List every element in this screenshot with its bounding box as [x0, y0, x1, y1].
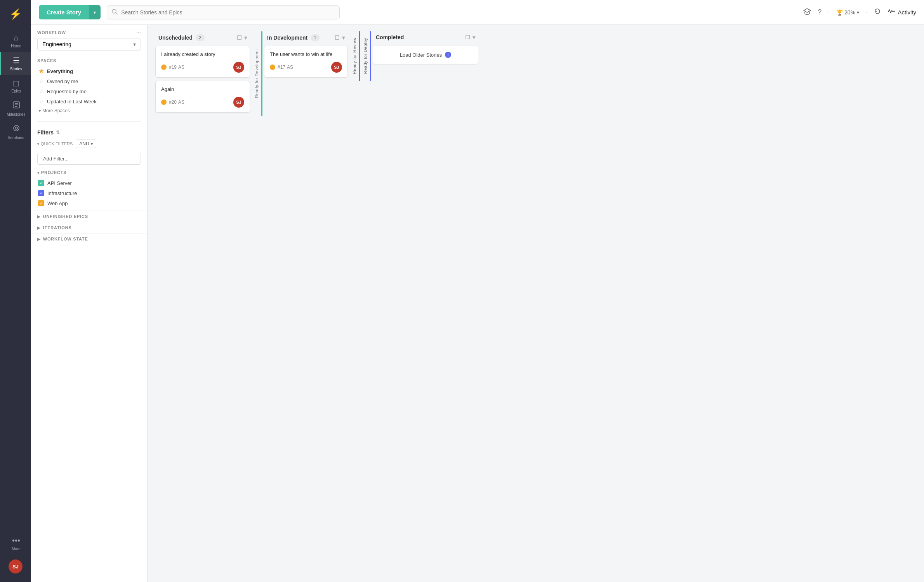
star-empty-icon: ☆ — [39, 78, 44, 84]
create-story-dropdown-button[interactable]: ▾ — [89, 5, 101, 19]
star-empty-icon: ☆ — [39, 88, 44, 94]
epics-icon: ◫ — [13, 79, 19, 87]
chevron-down-icon: ▾ — [39, 109, 41, 113]
story-meta: #20 AS SJ — [161, 97, 244, 108]
sidebar-item-label: Stories — [10, 67, 22, 71]
column-unscheduled: Unscheduled 2 ☐ ▾ I already created a st… — [154, 31, 262, 116]
story-card[interactable]: The user wants to win at life #17 AS SJ — [264, 46, 348, 78]
column-count: 1 — [311, 34, 320, 41]
sidebar-item-epics[interactable]: ◫ Epics — [0, 75, 31, 97]
ready-for-development-sidebar: Ready for Development — [252, 31, 262, 116]
column-header-actions: ☐ ▾ — [465, 34, 475, 40]
load-older-stories-button[interactable]: Load Older Stories i — [373, 45, 478, 64]
quick-filters-row: ▾ QUICK FILTERS AND ▾ — [31, 138, 147, 151]
column-menu-icon[interactable]: ▾ — [342, 35, 345, 41]
space-item-label: Everything — [47, 68, 73, 74]
checkbox-yellow-icon: ✓ — [38, 200, 44, 206]
checkbox-green-icon: ✓ — [38, 180, 44, 186]
space-item-owned[interactable]: ☆ Owned by me — [37, 76, 141, 86]
and-filter-toggle[interactable]: AND ▾ — [76, 139, 96, 148]
workflow-state-section[interactable]: ▶ WORKFLOW STATE — [31, 233, 147, 244]
sidebar-item-label: More — [12, 547, 21, 551]
select-all-icon[interactable]: ☐ — [335, 35, 340, 41]
app-logo[interactable]: ⚡ — [6, 5, 25, 23]
space-item-requested[interactable]: ☆ Requested by me — [37, 86, 141, 96]
sidebar-item-iterations[interactable]: Iterations — [0, 120, 31, 144]
help-icon[interactable]: ? — [818, 8, 822, 16]
column-menu-icon[interactable]: ▾ — [244, 35, 247, 41]
column-title: In Development — [267, 35, 307, 41]
ready-for-deploy-label: Ready for Deploy — [360, 31, 371, 81]
column-completed: Completed ☐ ▾ Load Older Stories i — [371, 31, 480, 68]
ready-for-review-label: Ready for Review — [349, 31, 360, 81]
column-header-unscheduled: Unscheduled 2 ☐ ▾ — [154, 31, 252, 46]
milestones-icon — [12, 101, 20, 111]
space-item-updated[interactable]: ☆ Updated in Last Week — [37, 96, 141, 106]
column-count: 2 — [196, 34, 205, 41]
search-input[interactable] — [107, 5, 340, 19]
project-item-api[interactable]: ✓ API Server — [37, 178, 141, 188]
unfinished-epics-section[interactable]: ▶ UNFINISHED EPICS — [31, 211, 147, 222]
column-header-completed: Completed ☐ ▾ — [371, 31, 480, 45]
undo-icon[interactable] — [874, 7, 881, 17]
chevron-down-icon: ▾ — [94, 10, 96, 15]
chevron-down-icon: ▾ — [857, 10, 859, 15]
trophy-percentage: 20% — [844, 9, 855, 16]
project-item-webapp[interactable]: ✓ Web App — [37, 198, 141, 208]
activity-button[interactable]: Activity — [888, 8, 916, 17]
column-completed-main: Completed ☐ ▾ Load Older Stories i — [371, 31, 480, 68]
ready-for-deploy-sidebar: Ready for Deploy — [360, 31, 371, 81]
workflow-selector[interactable]: Engineering ▾ — [37, 38, 141, 51]
divider — [37, 121, 141, 122]
workflow-label: WORKFLOW ··· — [37, 30, 141, 35]
stories-icon: ☰ — [13, 56, 20, 65]
sidebar-item-label: Epics — [11, 89, 21, 93]
add-filter-button[interactable]: Add Filter... — [37, 153, 141, 165]
ready-for-development-label: Ready for Development — [252, 31, 262, 116]
story-id: #19 AS — [169, 64, 184, 70]
separator-dot-2: · — [865, 8, 868, 17]
story-card[interactable]: Again #20 AS SJ — [155, 81, 250, 113]
sidebar-item-stories[interactable]: ☰ Stories — [0, 52, 31, 75]
star-filled-icon: ★ — [39, 68, 44, 74]
svg-point-5 — [15, 127, 17, 129]
filters-label: Filters — [37, 129, 54, 136]
more-spaces-link[interactable]: ▾ More Spaces — [37, 106, 141, 115]
column-in-development: In Development 1 ☐ ▾ The user wants to w… — [262, 31, 371, 81]
star-empty-icon: ☆ — [39, 98, 44, 105]
board-area: Unscheduled 2 ☐ ▾ I already created a st… — [148, 25, 924, 582]
chevron-down-icon: ▾ — [37, 171, 40, 175]
user-avatar[interactable]: SJ — [9, 559, 23, 573]
graduation-icon[interactable] — [803, 7, 811, 17]
point-icon — [161, 99, 167, 105]
story-title: I already created a story — [161, 51, 244, 58]
select-all-icon[interactable]: ☐ — [465, 34, 470, 40]
home-icon: ⌂ — [14, 33, 18, 42]
select-all-icon[interactable]: ☐ — [237, 35, 242, 41]
create-story-button[interactable]: Create Story — [39, 5, 89, 19]
workflow-menu-icon[interactable]: ··· — [136, 30, 141, 35]
spaces-label: SPACES — [37, 58, 141, 63]
load-older-label: Load Older Stories — [400, 52, 442, 58]
space-item-label: Requested by me — [47, 89, 87, 94]
sidebar-item-milestones[interactable]: Milestones — [0, 97, 31, 120]
body-layout: WORKFLOW ··· Engineering ▾ SPACES ★ Ever… — [31, 25, 924, 582]
point-icon — [270, 64, 275, 70]
column-header-in-development: In Development 1 ☐ ▾ — [262, 31, 349, 46]
story-card[interactable]: I already created a story #19 AS SJ — [155, 46, 250, 78]
owner-avatar: SJ — [233, 62, 244, 73]
project-item-infra[interactable]: ✓ Infrastructure — [37, 188, 141, 198]
iterations-section[interactable]: ▶ ITERATIONS — [31, 222, 147, 233]
projects-label[interactable]: ▾ PROJECTS — [37, 170, 141, 175]
story-meta: #17 AS SJ — [270, 62, 342, 73]
trophy-icon: 🏆 — [836, 9, 843, 16]
top-header: Create Story ▾ ? · 🏆 20% ▾ · — [31, 0, 924, 25]
sidebar-item-label: Iterations — [8, 136, 24, 140]
trophy-badge[interactable]: 🏆 20% ▾ — [836, 9, 859, 16]
create-story-btn-group: Create Story ▾ — [39, 5, 101, 19]
space-item-everything[interactable]: ★ Everything — [37, 66, 141, 76]
sidebar-item-more[interactable]: ••• More — [0, 532, 31, 555]
column-menu-icon[interactable]: ▾ — [472, 34, 475, 40]
space-item-label: Updated in Last Week — [47, 99, 97, 105]
sidebar-item-home[interactable]: ⌂ Home — [0, 30, 31, 52]
